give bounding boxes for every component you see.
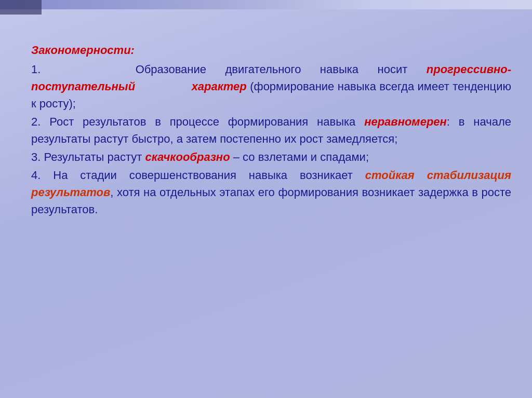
item-2-text-before: Рост результатов в процессе формирования… bbox=[49, 115, 364, 128]
item-3-text-after: – со взлетами и спадами; bbox=[230, 150, 369, 163]
item-1-spacer bbox=[135, 80, 192, 93]
top-left-decoration bbox=[0, 0, 42, 15]
main-text-block: Закономерности: 1. Образование двигатель… bbox=[31, 42, 511, 218]
item-1-number: 1. bbox=[31, 63, 116, 76]
paragraph-2: 2. Рост результатов в процессе формирова… bbox=[31, 113, 511, 147]
top-bar bbox=[0, 0, 532, 9]
background: Закономерности: 1. Образование двигатель… bbox=[0, 0, 532, 398]
item-2-highlight: неравномерен bbox=[364, 115, 447, 128]
paragraph-4: 4. На стадии совершенствования навыка во… bbox=[31, 167, 511, 218]
section-heading: Закономерности: bbox=[31, 42, 511, 59]
item-3-highlight: скачкообразно bbox=[145, 150, 230, 163]
item-4-number: 4. bbox=[31, 169, 53, 182]
item-3-number: 3. bbox=[31, 150, 44, 163]
paragraph-3: 3. Результаты растут скачкообразно – со … bbox=[31, 148, 511, 166]
item-2-number: 2. bbox=[31, 115, 49, 128]
item-1-text-before: Образование двигательного навыка носит bbox=[136, 63, 427, 76]
item-4-text-before: На стадии совершенствования навыка возни… bbox=[53, 169, 365, 182]
item-3-text-before: Результаты растут bbox=[44, 150, 145, 163]
content-area: Закономерности: 1. Образование двигатель… bbox=[31, 42, 511, 377]
item-1-highlight-2: характер bbox=[192, 80, 247, 93]
paragraph-1: 1. Образование двигательного навыка носи… bbox=[31, 61, 511, 112]
